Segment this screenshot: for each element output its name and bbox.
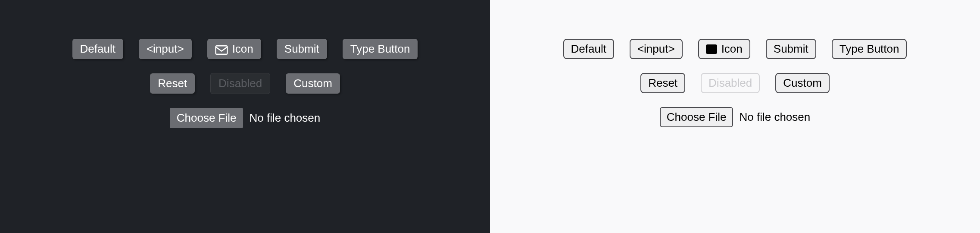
icon-button[interactable]: Icon <box>698 39 750 59</box>
file-status-label: No file chosen <box>249 111 320 125</box>
icon-button-label: Icon <box>721 42 743 56</box>
submit-button[interactable]: Submit <box>277 39 327 59</box>
square-icon <box>706 44 717 54</box>
file-status-label: No file chosen <box>739 110 810 124</box>
dark-theme-panel: Default <input> Icon Submit Type Button … <box>0 0 490 233</box>
input-button[interactable]: <input> <box>630 39 683 59</box>
submit-button[interactable]: Submit <box>766 39 816 59</box>
input-button[interactable]: <input> <box>139 39 192 59</box>
svg-rect-0 <box>215 46 227 54</box>
file-input-row: Choose File No file chosen <box>170 108 321 128</box>
reset-button[interactable]: Reset <box>640 73 685 93</box>
file-input-row: Choose File No file chosen <box>660 107 811 127</box>
button-row-2: Reset Disabled Custom <box>640 73 830 93</box>
type-button[interactable]: Type Button <box>343 39 418 59</box>
disabled-button: Disabled <box>210 73 270 94</box>
button-row-1: Default <input> Icon Submit Type Button <box>563 39 907 59</box>
default-button[interactable]: Default <box>72 39 123 59</box>
button-row-2: Reset Disabled Custom <box>150 73 340 94</box>
icon-button-label: Icon <box>232 42 253 56</box>
icon-button[interactable]: Icon <box>207 39 261 59</box>
choose-file-button[interactable]: Choose File <box>170 108 243 128</box>
custom-button[interactable]: Custom <box>286 73 340 94</box>
light-theme-panel: Default <input> Icon Submit Type Button … <box>490 0 980 233</box>
button-row-1: Default <input> Icon Submit Type Button <box>72 39 418 59</box>
envelope-icon <box>215 44 228 54</box>
disabled-button: Disabled <box>701 73 760 93</box>
choose-file-button[interactable]: Choose File <box>660 107 733 127</box>
type-button[interactable]: Type Button <box>832 39 907 59</box>
default-button[interactable]: Default <box>563 39 614 59</box>
custom-button[interactable]: Custom <box>775 73 830 93</box>
reset-button[interactable]: Reset <box>150 73 195 94</box>
